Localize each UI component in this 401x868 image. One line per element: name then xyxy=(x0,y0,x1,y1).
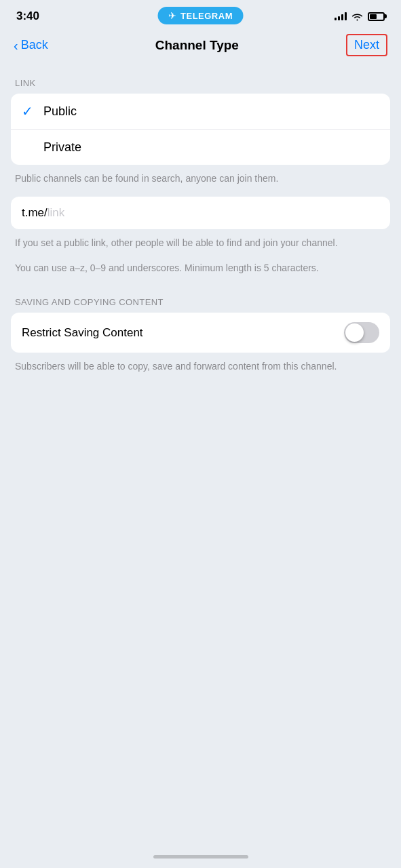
saving-label: Restrict Saving Content xyxy=(22,326,143,340)
back-chevron-icon: ‹ xyxy=(14,39,18,52)
next-button[interactable]: Next xyxy=(346,34,387,56)
public-option-row[interactable]: ✓ Public xyxy=(11,94,390,129)
public-label: Public xyxy=(43,104,77,119)
status-time: 3:40 xyxy=(16,9,39,23)
telegram-plane-icon: ✈ xyxy=(168,10,176,21)
toggle-knob xyxy=(345,323,364,342)
wifi-icon xyxy=(351,12,363,21)
saving-row: Restrict Saving Content xyxy=(11,313,390,353)
link-input[interactable] xyxy=(47,206,379,220)
public-description: Public channels can be found in search, … xyxy=(11,165,390,197)
link-prefix: t.me/ xyxy=(22,206,47,220)
telegram-badge: ✈ TELEGRAM xyxy=(157,7,244,24)
battery-icon xyxy=(368,12,385,21)
back-label: Back xyxy=(21,38,48,52)
private-check-icon: ✓ xyxy=(22,139,43,155)
link-help-2: You can use a–z, 0–9 and underscores. Mi… xyxy=(11,261,390,286)
link-section-label: LINK xyxy=(11,67,390,94)
back-button[interactable]: ‹ Back xyxy=(14,38,48,52)
saving-description: Subscribers will be able to copy, save a… xyxy=(11,353,390,384)
telegram-badge-label: TELEGRAM xyxy=(180,11,233,21)
status-bar: 3:40 ✈ TELEGRAM xyxy=(0,0,401,27)
private-label: Private xyxy=(43,140,81,155)
home-indicator xyxy=(153,855,248,859)
channel-type-card: ✓ Public ✓ Private xyxy=(11,94,390,165)
nav-bar: ‹ Back Channel Type Next xyxy=(0,27,401,67)
saving-card: Restrict Saving Content xyxy=(11,313,390,353)
public-check-icon: ✓ xyxy=(22,103,43,119)
saving-section-label: SAVING AND COPYING CONTENT xyxy=(11,286,390,313)
page-title: Channel Type xyxy=(155,38,239,53)
content-area: LINK ✓ Public ✓ Private Public channels … xyxy=(0,67,401,384)
private-option-row[interactable]: ✓ Private xyxy=(11,129,390,165)
link-help-1: If you set a public link, other people w… xyxy=(11,229,390,261)
status-icons xyxy=(335,12,385,21)
restrict-saving-toggle[interactable] xyxy=(344,322,379,343)
battery-fill xyxy=(370,14,377,19)
link-input-container: t.me/ xyxy=(11,197,390,229)
signal-icon xyxy=(335,12,347,20)
